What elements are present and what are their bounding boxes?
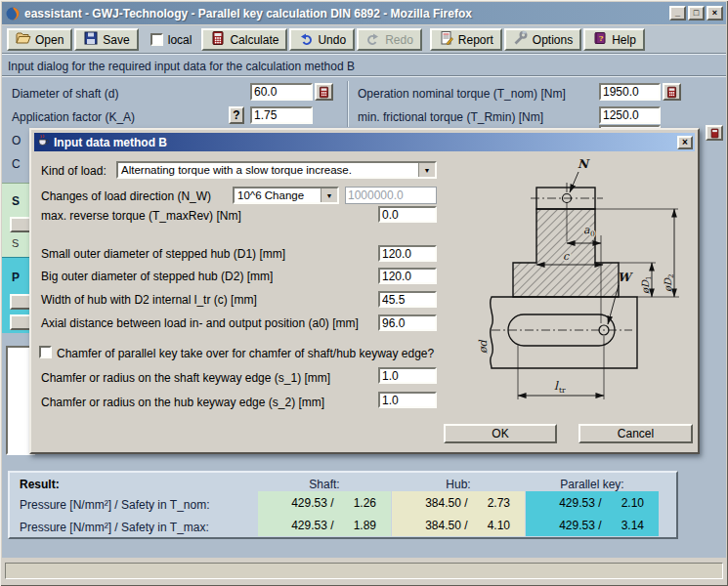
max-reverse-torque-field[interactable] bbox=[378, 206, 437, 223]
minimize-button[interactable]: _ bbox=[669, 6, 686, 21]
dialog-close-button[interactable]: × bbox=[677, 136, 693, 149]
cancel-button[interactable]: Cancel bbox=[578, 424, 693, 443]
hub-chamfer-label: Chamfer or radius on the hub keyway edge… bbox=[41, 396, 324, 409]
hub-width-label: Width of hub with D2 internal l_tr (c) [… bbox=[41, 293, 257, 307]
status-bar bbox=[5, 563, 723, 579]
diameter-label: Diameter of shaft (d) bbox=[12, 87, 118, 101]
diameter-field[interactable] bbox=[250, 83, 313, 101]
chevron-down-icon[interactable]: ▼ bbox=[321, 188, 337, 202]
undo-arrow-icon bbox=[298, 30, 314, 49]
redo-label: Redo bbox=[385, 33, 413, 47]
help-label: Help bbox=[612, 33, 636, 47]
redo-button: Redo bbox=[357, 28, 422, 51]
result-col-hub: Hub: bbox=[392, 478, 525, 491]
shaft-tnom-pressure: 429.53 / bbox=[258, 496, 334, 510]
drawing-label-a0-sub: 0 bbox=[590, 230, 595, 238]
clipped-calc-button[interactable] bbox=[706, 125, 723, 141]
hub-tmax-values: 384.50 /4.10 bbox=[392, 514, 525, 536]
undo-button[interactable]: Undo bbox=[289, 28, 355, 51]
drawing-label-c: c bbox=[563, 250, 570, 263]
torque-nom-field[interactable] bbox=[599, 83, 661, 101]
ok-button[interactable]: OK bbox=[444, 424, 557, 443]
clipped-button[interactable] bbox=[10, 217, 31, 232]
load-direction-dropdown[interactable]: 10^6 Change ▼ bbox=[233, 187, 339, 204]
calculator-icon bbox=[210, 30, 226, 49]
result-row1-label: Pressure [N/mm²] / Safety in T_nom: bbox=[20, 498, 210, 512]
firefox-icon bbox=[5, 6, 21, 21]
input-data-dialog: Input data method B × Kind of load: Alte… bbox=[29, 128, 700, 454]
shaft-chamfer-field[interactable] bbox=[378, 367, 437, 384]
load-direction-count-field bbox=[345, 187, 437, 204]
clipped-button[interactable] bbox=[10, 294, 31, 310]
drawing-label-w: W bbox=[618, 271, 633, 284]
shaft-chamfer-label: Chamfer or radius on the shaft keyway ed… bbox=[41, 371, 330, 385]
torque-nom-label: Operation nominal torque (T_nom) [Nm] bbox=[358, 87, 566, 101]
form-divider-highlight bbox=[348, 81, 349, 127]
book-icon: ? bbox=[592, 30, 608, 49]
toolbar: Open Save local Calculate Undo Redo Repo… bbox=[2, 25, 726, 54]
kind-of-load-dropdown[interactable]: Alternating torque with a slow torque in… bbox=[116, 161, 437, 179]
result-row2-label: Pressure [N/mm²] / Safety in T_max: bbox=[20, 521, 209, 534]
shaft-result-cell: 429.53 /1.26 429.53 /1.89 bbox=[258, 491, 391, 536]
parallel-key-result-cell: 429.53 /2.10 429.53 /3.14 bbox=[526, 491, 659, 536]
redo-arrow-icon bbox=[365, 30, 381, 49]
help-button[interactable]: ? Help bbox=[583, 28, 645, 51]
calculate-label: Calculate bbox=[230, 33, 278, 47]
chevron-down-icon[interactable]: ▼ bbox=[418, 163, 435, 177]
open-label: Open bbox=[35, 33, 64, 47]
torque-nom-calc-button[interactable] bbox=[663, 83, 681, 101]
torque-rmin-field[interactable] bbox=[599, 106, 661, 124]
chamfer-takeover-checkbox[interactable] bbox=[39, 346, 52, 358]
report-document-icon bbox=[439, 30, 454, 49]
hub-tnom-pressure: 384.50 / bbox=[392, 496, 468, 510]
close-button[interactable]: × bbox=[707, 6, 723, 21]
hub-width-field[interactable] bbox=[378, 291, 437, 308]
drawing-label-n: N bbox=[578, 157, 590, 171]
open-button[interactable]: Open bbox=[7, 28, 72, 51]
technical-drawing: N W a 0 c øD 1 øD 2 bbox=[474, 151, 701, 417]
result-col-key: Parallel key: bbox=[526, 478, 659, 491]
save-label: Save bbox=[103, 33, 129, 47]
hub-d1-field[interactable] bbox=[378, 245, 437, 262]
key-tnom-safety: 2.10 bbox=[602, 496, 659, 510]
max-reverse-torque-label: max. reverse torque (T_maxRev) [Nm] bbox=[41, 209, 241, 223]
chamfer-takeover-label: Chamfer of parallel key take over for ch… bbox=[57, 347, 434, 360]
shaft-tmax-values: 429.53 /1.89 bbox=[258, 514, 391, 536]
application-help-button[interactable]: ? bbox=[229, 106, 244, 124]
maximize-button[interactable]: □ bbox=[688, 6, 705, 21]
torque-rmin-label: min. frictional torque (T_Rmin) [Nm] bbox=[358, 110, 543, 124]
drawing-label-a0: a bbox=[583, 224, 590, 236]
hub-tnom-safety: 2.73 bbox=[468, 496, 525, 510]
key-section-panel: P bbox=[2, 257, 29, 333]
report-button[interactable]: Report bbox=[430, 28, 502, 51]
key-tnom-pressure: 429.53 / bbox=[526, 496, 602, 510]
clipped-label-row4: C bbox=[12, 157, 21, 171]
save-button[interactable]: Save bbox=[74, 28, 138, 51]
hub-tnom-values: 384.50 /2.73 bbox=[392, 491, 525, 514]
undo-label: Undo bbox=[318, 33, 346, 47]
clipped-button[interactable] bbox=[10, 314, 31, 330]
hub-chamfer-field[interactable] bbox=[378, 392, 437, 408]
key-tmax-safety: 3.14 bbox=[602, 519, 659, 532]
axial-distance-field[interactable] bbox=[378, 314, 437, 331]
drawing-label-d1: øD bbox=[640, 279, 651, 294]
key-tnom-values: 429.53 /2.10 bbox=[526, 491, 659, 514]
options-label: Options bbox=[533, 33, 573, 47]
application-factor-field[interactable] bbox=[250, 106, 313, 124]
local-checkbox[interactable] bbox=[150, 33, 163, 46]
shaft-section-panel: S S bbox=[2, 183, 29, 258]
hub-d2-field[interactable] bbox=[378, 268, 437, 284]
diameter-calc-button[interactable] bbox=[315, 83, 333, 101]
options-button[interactable]: Options bbox=[504, 28, 581, 51]
result-col-shaft: Shaft: bbox=[258, 478, 391, 491]
report-label: Report bbox=[458, 33, 493, 47]
calculate-button[interactable]: Calculate bbox=[201, 28, 287, 51]
hub-d2-label: Big outer diameter of stepped hub (D2) [… bbox=[41, 270, 273, 283]
load-direction-label: Changes of load direction (N_W) bbox=[41, 189, 211, 203]
key-section-initial: P bbox=[12, 271, 20, 284]
local-checkbox-group: local bbox=[150, 33, 193, 47]
key-tmax-values: 429.53 /3.14 bbox=[526, 514, 659, 536]
key-tmax-pressure: 429.53 / bbox=[526, 519, 602, 532]
load-direction-value: 10^6 Change bbox=[235, 189, 321, 201]
title-bar: eassistant - GWJ-Technology - Parallel k… bbox=[2, 2, 726, 24]
